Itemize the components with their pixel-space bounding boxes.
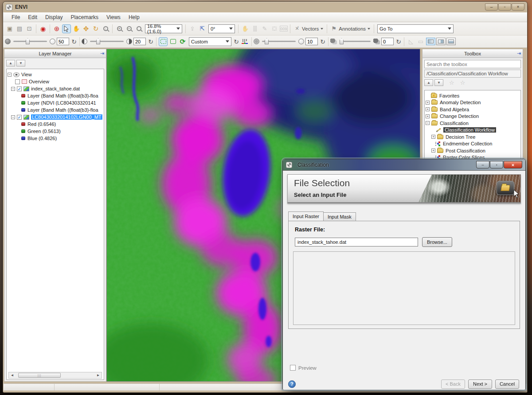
histogram-stretch-icon[interactable] [240, 37, 249, 46]
dialog-minimize-button[interactable]: – [476, 161, 489, 168]
transparency-slider[interactable] [340, 41, 371, 42]
close-button[interactable]: × [512, 4, 524, 11]
north-up-icon[interactable]: ⇪ [188, 24, 197, 33]
menu-edit[interactable]: Edit [24, 13, 41, 22]
sharpen-slider[interactable] [262, 41, 296, 42]
remove-favorite-star-icon[interactable]: ☆ [460, 79, 466, 86]
reset-rotation-icon[interactable]: ⇱ [198, 24, 207, 33]
add-favorite-star-icon[interactable]: ☆ [449, 79, 454, 86]
layer-manager-header[interactable]: Layer Manager ⇥ [4, 49, 106, 58]
back-button[interactable]: < Back [441, 379, 465, 389]
tab-input-raster[interactable]: Input Raster [288, 211, 324, 221]
collapse-all-button[interactable]: ▲ [424, 79, 433, 86]
menu-display[interactable]: Display [41, 13, 66, 22]
placemark-pin-icon[interactable]: ◉ [39, 24, 47, 33]
expander-icon[interactable]: + [426, 101, 430, 105]
toolbox-item-decision-tree[interactable]: + Decision Tree [426, 133, 520, 141]
toolbox-search-input[interactable] [424, 60, 521, 68]
zoom-in-icon[interactable]: + [115, 24, 124, 33]
tree-item-layer-bandmath-2[interactable]: Layer (Band Math ((float(b3)-floa [8, 106, 103, 113]
brightness-value[interactable] [57, 38, 69, 45]
expander-icon[interactable]: − [426, 121, 430, 125]
menu-file[interactable]: File [8, 13, 24, 22]
tree-item-overview[interactable]: Overview [8, 78, 103, 85]
index-stack-checkbox[interactable]: ✓ [17, 86, 22, 91]
goto-combo[interactable]: Go To [377, 24, 454, 33]
scroll-right-icon[interactable]: ► [95, 373, 102, 377]
overview-checkbox[interactable] [15, 79, 20, 84]
tree-item-layer-bandmath-1[interactable]: Layer (Band Math ((float(b3)-floa [8, 92, 103, 99]
layout-two-views-vertical-icon[interactable] [436, 38, 446, 45]
dialog-titlebar[interactable]: Classification – ▫ × [283, 159, 525, 171]
next-button[interactable]: Next > [468, 379, 492, 389]
pan-hand-icon[interactable]: ✋ [72, 24, 81, 33]
crosshair-icon[interactable]: ⊕ [52, 24, 61, 33]
menu-help[interactable]: Help [125, 13, 144, 22]
zoom-fit-icon[interactable] [134, 24, 143, 33]
zoom-box-full-icon[interactable] [168, 37, 177, 46]
auto-refresh-icon[interactable]: ⟳ [178, 37, 187, 46]
toolbox-item-favorites[interactable]: ★ Favorites [426, 92, 520, 99]
expander-icon[interactable]: + [426, 107, 430, 111]
expand-all-button[interactable]: ▼ [16, 60, 25, 66]
cursor-select-icon[interactable] [62, 24, 71, 33]
tree-item-layer-ndvi[interactable]: Layer (NDVI (LC804303320141 [8, 99, 103, 106]
zoom-pixel-icon[interactable]: : [101, 24, 110, 33]
transparency-reset-icon[interactable]: ↻ [395, 38, 402, 45]
data-manager-icon[interactable]: ▤ [15, 24, 24, 33]
toolbox-item-classification-workflow[interactable]: Classification Workflow [426, 127, 520, 134]
vectors-dropdown[interactable]: Vectors [302, 26, 319, 31]
expander-icon[interactable]: + [431, 135, 435, 139]
open-file-icon[interactable]: ▣ [5, 24, 14, 33]
tree-item-index-stack[interactable]: − ✓ index_stack_tahoe.dat [8, 85, 103, 92]
chip-view-icon[interactable]: ⊡ [25, 24, 34, 33]
browse-button[interactable]: Browse... [422, 237, 452, 247]
scroll-left-icon[interactable]: ◄ [9, 373, 16, 377]
contrast-reset-icon[interactable]: ↻ [147, 38, 154, 45]
rotation-combo[interactable]: 0° [208, 24, 235, 33]
expander-icon[interactable]: − [11, 115, 15, 119]
menu-views[interactable]: Views [102, 13, 125, 22]
annotations-dropdown[interactable]: Annotations [339, 26, 366, 31]
layout-single-view-icon[interactable] [426, 38, 435, 45]
brightness-slider[interactable] [13, 41, 47, 42]
dock-panel-icon[interactable]: ⇥ [100, 51, 104, 56]
tree-item-blue-band[interactable]: Blue (0.4826) [8, 135, 103, 142]
maximize-button[interactable]: ▫ [498, 4, 511, 11]
tree-item-view[interactable]: − View [8, 71, 103, 78]
expander-icon[interactable]: − [11, 87, 15, 91]
contrast-slider[interactable] [90, 41, 124, 42]
lc8-checkbox[interactable]: ✓ [17, 115, 22, 120]
cancel-button[interactable]: Cancel [495, 379, 519, 389]
dialog-close-button[interactable]: × [504, 161, 522, 168]
menu-placemarks[interactable]: Placemarks [66, 13, 102, 22]
expander-icon[interactable]: + [426, 114, 430, 118]
zoom-out-icon[interactable]: − [125, 24, 133, 33]
expand-all-button[interactable]: ▼ [434, 79, 443, 86]
layer-tree-hscrollbar[interactable]: ◄ ||| ► [8, 372, 102, 379]
zoom-box-extent-icon[interactable] [159, 37, 168, 46]
fly-rotate-icon[interactable]: ↻ [91, 24, 100, 33]
collapse-all-button[interactable]: ▲ [6, 60, 15, 66]
raster-file-input[interactable] [295, 238, 418, 246]
contrast-value[interactable] [133, 38, 146, 45]
toolbox-header[interactable]: Toolbox ⇥ [422, 49, 523, 58]
toolbox-item-band-algebra[interactable]: + Band Algebra [426, 106, 520, 113]
tab-input-mask[interactable]: Input Mask [324, 212, 356, 221]
scrollbar-thumb[interactable]: ||| [18, 373, 61, 378]
dock-panel-icon[interactable]: ⇥ [517, 51, 521, 56]
toolbox-item-post-classification[interactable]: + Post Classification [426, 147, 520, 154]
layout-two-views-horizontal-icon[interactable] [446, 38, 456, 45]
stretch-type-combo[interactable]: Custom [189, 37, 231, 46]
toolbox-item-change-detection[interactable]: + Change Detection [426, 113, 520, 120]
zoom-level-combo[interactable]: 16.8% (1:6.0) [145, 24, 182, 33]
toolbox-item-endmember-collection[interactable]: Endmember Collection [426, 141, 520, 148]
brightness-reset-icon[interactable]: ↻ [70, 38, 78, 45]
stretch-reset-icon[interactable]: ↻ [233, 38, 240, 45]
toolbox-item-anomaly-detection[interactable]: + Anomaly Detection [426, 99, 520, 106]
tree-item-green-band[interactable]: Green (0.5613) [8, 128, 103, 135]
minimize-button[interactable]: – [485, 4, 498, 11]
toolbox-item-classification[interactable]: − Classification [426, 120, 520, 127]
expander-icon[interactable]: − [8, 73, 12, 77]
transparency-value[interactable] [381, 38, 394, 45]
